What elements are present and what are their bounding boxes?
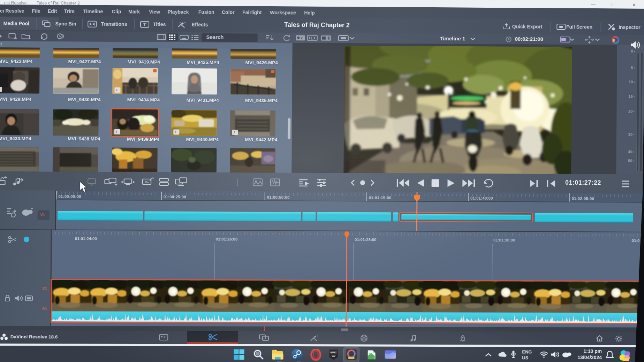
svg-text:EPIC: EPIC bbox=[330, 351, 337, 354]
